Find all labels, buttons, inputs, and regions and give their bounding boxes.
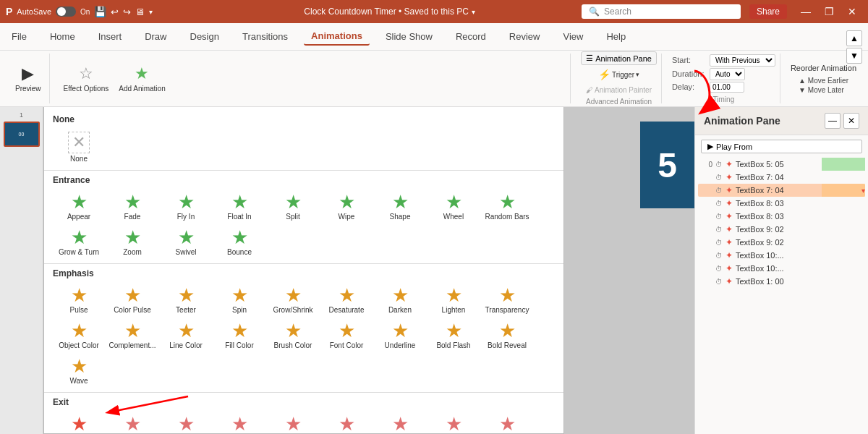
anim-list-item[interactable]: ⏱✦TextBox 9: 02 (698, 236, 865, 249)
anim-item-split[interactable]: ★Split (267, 412, 319, 434)
pane-down-button[interactable]: ▼ (846, 48, 862, 64)
anim-list-item[interactable]: ⏱✦TextBox 1: 00 (698, 275, 865, 288)
anim-item-wheel[interactable]: ★Wheel (427, 412, 480, 434)
anim-item-zoom[interactable]: ★Zoom (106, 225, 158, 259)
title-dropdown-icon[interactable]: ▾ (472, 8, 475, 16)
animation-pane-button[interactable]: ☰ Animation Pane (581, 51, 657, 65)
anim-list-item[interactable]: ⏱✦TextBox 7: 04▾ (698, 184, 865, 197)
anim-item-none[interactable]: ✕ None (53, 129, 105, 166)
anim-item-fill-color[interactable]: ★Fill Color (213, 318, 265, 352)
anim-item-fly-out[interactable]: ★Fly Out (160, 412, 212, 434)
minimize-button[interactable]: — (796, 1, 816, 22)
start-select[interactable]: With Previous After Previous On Click (710, 54, 775, 67)
delay-input[interactable] (710, 82, 744, 93)
anim-item-object-color[interactable]: ★Object Color (53, 318, 105, 352)
share-button[interactable]: Share (749, 4, 787, 19)
anim-item-disappear[interactable]: ★Disappear (53, 412, 105, 434)
redo-icon[interactable]: ↪ (123, 7, 131, 17)
tab-home[interactable]: Home (43, 28, 82, 45)
anim-item-appear[interactable]: ★Appear (53, 190, 105, 224)
move-later-button[interactable]: ▼ Move Later (799, 86, 848, 94)
tab-animations[interactable]: Animations (304, 27, 370, 46)
tab-review[interactable]: Review (502, 28, 548, 45)
anim-item-random-bars[interactable]: ★Random Bars (481, 190, 533, 224)
anim-item-name: Pulse (69, 306, 88, 314)
dropdown-icon[interactable]: ▾ (149, 8, 153, 16)
pane-collapse-button[interactable]: — (825, 113, 841, 129)
anim-item-wave[interactable]: ★Wave (53, 354, 105, 388)
tab-help[interactable]: Help (599, 28, 633, 45)
add-animation-button[interactable]: ★ Add Animation (115, 54, 169, 103)
anim-item-float-out[interactable]: ★Float Out (213, 412, 265, 434)
anim-item-bold-flash[interactable]: ★Bold Flash (427, 318, 480, 352)
undo-icon[interactable]: ↩ (111, 7, 119, 17)
anim-item-pulse[interactable]: ★Pulse (53, 283, 105, 317)
anim-item-split[interactable]: ★Split (267, 190, 319, 224)
anim-item-line-color[interactable]: ★Line Color (160, 318, 212, 352)
anim-list-item[interactable]: ⏱✦TextBox 7: 04 (698, 171, 865, 184)
anim-list-item[interactable]: ⏱✦TextBox 10:... (698, 249, 865, 262)
anim-item-wheel[interactable]: ★Wheel (427, 190, 480, 224)
anim-item-text: TextBox 1: 00 (736, 277, 862, 286)
tab-draw[interactable]: Draw (137, 28, 174, 45)
effect-options-button[interactable]: ☆ Effect Options (60, 54, 113, 103)
anim-item-fly-in[interactable]: ★Fly In (160, 190, 212, 224)
tab-record[interactable]: Record (448, 28, 493, 45)
tab-slideshow[interactable]: Slide Show (378, 28, 440, 45)
anim-item-spin[interactable]: ★Spin (213, 283, 265, 317)
pane-close-button[interactable]: ✕ (843, 113, 859, 129)
anim-item-wipe[interactable]: ★Wipe (320, 412, 373, 434)
anim-item-bounce[interactable]: ★Bounce (213, 225, 265, 259)
pane-up-button[interactable]: ▲ (846, 30, 862, 46)
anim-item-swivel[interactable]: ★Swivel (160, 225, 212, 259)
anim-list-item[interactable]: ⏱✦TextBox 8: 03 (698, 197, 865, 210)
anim-item-float-in[interactable]: ★Float In (213, 190, 265, 224)
anim-item-growshrink[interactable]: ★Grow/Shrink (267, 283, 319, 317)
anim-item-icon: ★ (392, 414, 409, 433)
anim-item-underline[interactable]: ★Underline (374, 318, 426, 352)
anim-item-teeter[interactable]: ★Teeter (160, 283, 212, 317)
anim-item-fade[interactable]: ★Fade (106, 412, 158, 434)
anim-item-shape[interactable]: ★Shape (374, 190, 426, 224)
anim-list-item[interactable]: 0⏱✦TextBox 5: 05 (698, 158, 865, 171)
anim-item-lighten[interactable]: ★Lighten (427, 283, 480, 317)
anim-item-font-color[interactable]: ★Font Color (320, 318, 373, 352)
anim-item-darken[interactable]: ★Darken (374, 283, 426, 317)
restore-button[interactable]: ❐ (819, 1, 839, 22)
save-icon[interactable]: 💾 (94, 6, 106, 17)
tab-transitions[interactable]: Transitions (235, 28, 295, 45)
anim-item-grow--turn[interactable]: ★Grow & Turn (53, 225, 105, 259)
tab-view[interactable]: View (556, 28, 590, 45)
anim-item-wipe[interactable]: ★Wipe (320, 190, 373, 224)
anim-item-bold-reveal[interactable]: ★Bold Reveal (481, 318, 533, 352)
anim-item-desaturate[interactable]: ★Desaturate (320, 283, 373, 317)
animation-painter-button[interactable]: 🖌 Animation Painter (582, 84, 655, 96)
anim-list-item[interactable]: ⏱✦TextBox 8: 03 (698, 210, 865, 223)
anim-item-text: TextBox 9: 02 (736, 238, 862, 247)
preview-button[interactable]: ▶ Preview (12, 62, 45, 95)
tab-file[interactable]: File (4, 28, 34, 45)
slide-thumbnail[interactable]: 00 (4, 122, 40, 147)
view-options-icon[interactable]: 🖥 (135, 7, 145, 17)
anim-item-brush-color[interactable]: ★Brush Color (267, 318, 319, 352)
anim-item-icon: ★ (231, 414, 248, 433)
anim-item-dropdown-icon[interactable]: ▾ (861, 187, 865, 195)
trigger-button[interactable]: ⚡ Trigger ▾ (595, 67, 643, 82)
anim-item-transparency[interactable]: ★Transparency (481, 283, 533, 317)
close-button[interactable]: ✕ (842, 1, 862, 22)
anim-item-fade[interactable]: ★Fade (106, 190, 158, 224)
duration-select[interactable]: Auto (710, 68, 745, 80)
tab-insert[interactable]: Insert (91, 28, 129, 45)
anim-list-item[interactable]: ⏱✦TextBox 10:... (698, 262, 865, 275)
anim-item-color-pulse[interactable]: ★Color Pulse (106, 283, 158, 317)
anim-item-complement[interactable]: ★Complement... (106, 318, 158, 352)
timing-label-header: Timing (713, 95, 735, 103)
tab-design[interactable]: Design (183, 28, 226, 45)
anim-list-item[interactable]: ⏱✦TextBox 9: 02 (698, 223, 865, 236)
search-bar[interactable]: 🔍 Search (582, 4, 741, 19)
play-from-button[interactable]: ▶ Play From (701, 140, 862, 153)
anim-item-shape[interactable]: ★Shape (374, 412, 426, 434)
move-earlier-button[interactable]: ▲ Move Earlier (799, 77, 848, 85)
autosave-toggle[interactable] (56, 7, 76, 17)
anim-item-random-bars[interactable]: ★Random Bars (481, 412, 533, 434)
